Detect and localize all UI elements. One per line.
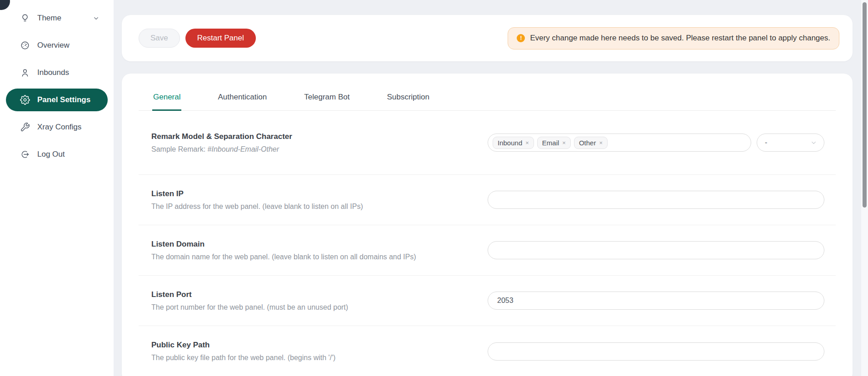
bulb-icon xyxy=(20,13,30,23)
row-controls xyxy=(488,292,824,310)
form-row-listen-port: Listen Port The port number for the web … xyxy=(139,276,836,326)
save-button[interactable]: Save xyxy=(139,29,180,48)
tag-label: Other xyxy=(579,139,596,147)
form-row-listen-domain: Listen Domain The domain name for the we… xyxy=(139,225,836,276)
tab-telegram-bot[interactable]: Telegram Bot xyxy=(303,93,350,111)
row-controls xyxy=(488,342,824,361)
form-row-listen-ip: Listen IP The IP address for the web pan… xyxy=(139,175,836,225)
sample-remark-value: #Inbound-Email-Other xyxy=(208,145,279,153)
tab-subscription[interactable]: Subscription xyxy=(386,93,430,111)
settings-tabs: General Authentication Telegram Bot Subs… xyxy=(139,74,836,111)
restart-panel-button[interactable]: Restart Panel xyxy=(185,29,256,48)
form-row-remark-model: Remark Model & Separation Character Samp… xyxy=(139,111,836,175)
row-title: Listen Port xyxy=(151,290,348,299)
gear-icon xyxy=(20,95,30,105)
public-key-path-input[interactable] xyxy=(488,342,824,361)
gauge-icon xyxy=(20,40,30,50)
separator-select[interactable]: - xyxy=(757,134,824,152)
sidebar: Theme Overview Inbounds xyxy=(0,0,114,376)
row-description: The domain name for the web panel. (leav… xyxy=(151,253,416,261)
row-description: The IP address for the web panel. (leave… xyxy=(151,203,363,211)
warning-icon: ! xyxy=(517,34,525,42)
user-icon xyxy=(20,68,30,78)
scrollbar[interactable] xyxy=(861,0,868,376)
tab-authentication[interactable]: Authentication xyxy=(217,93,268,111)
remark-controls: Inbound × Email × Other × - xyxy=(488,134,824,152)
sidebar-item-overview[interactable]: Overview xyxy=(6,34,108,57)
row-description: Sample Remark: #Inbound-Email-Other xyxy=(151,145,292,153)
alert-text: Every change made here needs to be saved… xyxy=(530,34,830,43)
row-label: Listen Domain The domain name for the we… xyxy=(151,240,416,261)
row-label: Listen Port The port number for the web … xyxy=(151,290,348,312)
sidebar-item-label: Inbounds xyxy=(37,68,69,77)
row-description: The public key file path for the web pan… xyxy=(151,354,335,362)
tag-close-icon[interactable]: × xyxy=(525,140,529,146)
panel-settings-card: General Authentication Telegram Bot Subs… xyxy=(122,74,853,376)
row-title: Public Key Path xyxy=(151,341,335,350)
logout-icon xyxy=(20,149,30,159)
listen-ip-input[interactable] xyxy=(488,191,824,209)
row-title: Remark Model & Separation Character xyxy=(151,132,292,141)
row-label: Public Key Path The public key file path… xyxy=(151,341,335,362)
sidebar-item-label: Panel Settings xyxy=(37,95,90,104)
sample-remark-prefix: Sample Remark: xyxy=(151,145,208,153)
toolbar-card: Save Restart Panel ! Every change made h… xyxy=(122,15,853,61)
tag-inbound[interactable]: Inbound × xyxy=(493,137,534,149)
chevron-down-icon xyxy=(810,139,817,146)
row-controls xyxy=(488,241,824,259)
chevron-down-icon[interactable] xyxy=(93,15,100,22)
listen-domain-input[interactable] xyxy=(488,241,824,259)
tag-close-icon[interactable]: × xyxy=(562,140,566,146)
row-title: Listen IP xyxy=(151,189,363,198)
row-label: Remark Model & Separation Character Samp… xyxy=(151,132,292,153)
separator-value: - xyxy=(765,139,767,147)
row-controls xyxy=(488,191,824,209)
sidebar-nav: Theme Overview Inbounds xyxy=(0,0,114,166)
tag-close-icon[interactable]: × xyxy=(599,140,603,146)
tag-email[interactable]: Email × xyxy=(537,137,571,149)
form-row-public-key-path: Public Key Path The public key file path… xyxy=(139,326,836,376)
tag-label: Inbound xyxy=(498,139,522,147)
row-label: Listen IP The IP address for the web pan… xyxy=(151,189,363,211)
scrollbar-thumb[interactable] xyxy=(863,2,867,208)
tag-other[interactable]: Other × xyxy=(574,137,608,149)
sidebar-item-label: Log Out xyxy=(37,150,65,159)
remark-model-multiselect[interactable]: Inbound × Email × Other × xyxy=(488,134,751,152)
sidebar-item-label: Theme xyxy=(37,14,61,23)
sidebar-item-logout[interactable]: Log Out xyxy=(6,143,108,166)
sidebar-item-theme[interactable]: Theme xyxy=(6,7,108,30)
row-title: Listen Domain xyxy=(151,240,416,249)
wrench-icon xyxy=(20,122,30,132)
listen-port-input[interactable] xyxy=(488,292,824,310)
sidebar-item-panel-settings[interactable]: Panel Settings xyxy=(6,89,108,111)
unsaved-changes-alert: ! Every change made here needs to be sav… xyxy=(508,27,839,49)
sidebar-item-inbounds[interactable]: Inbounds xyxy=(6,61,108,84)
sidebar-item-label: Xray Configs xyxy=(37,123,81,132)
sidebar-item-xray-configs[interactable]: Xray Configs xyxy=(6,116,108,139)
tag-label: Email xyxy=(542,139,559,147)
main-content: Save Restart Panel ! Every change made h… xyxy=(122,15,853,376)
sidebar-item-label: Overview xyxy=(37,41,70,50)
tab-general[interactable]: General xyxy=(152,93,181,111)
row-description: The port number for the web panel. (must… xyxy=(151,303,348,312)
